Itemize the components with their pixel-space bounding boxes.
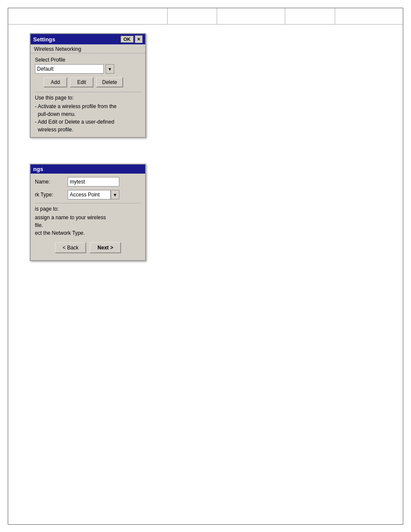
dialog1-info-text: - Activate a wireless profile from the p… (35, 103, 141, 134)
dialog2-divider (35, 203, 141, 203)
settings-dialog-1: Settings OK × Wireless Networking Select… (30, 33, 146, 138)
dialog2-titlebar: ngs (31, 165, 145, 174)
name-input[interactable] (68, 177, 119, 187)
dialog1-titlebar: Settings OK × (31, 34, 145, 44)
toolbar-cell-5 (335, 8, 403, 24)
network-type-label: rk Type: (35, 192, 65, 198)
info-line-3: - Add Edit or Delete a user-defined (35, 118, 141, 126)
info-line-2: pull-down menu. (35, 110, 141, 118)
toolbar-cell-2 (168, 8, 218, 24)
dialog1-body: Select Profile ▼ Add Edit Delete Use thi… (31, 53, 145, 137)
profile-select-row: ▼ (35, 64, 141, 74)
add-button[interactable]: Add (44, 77, 67, 87)
nav-button-row: < Back Next > (35, 242, 141, 253)
back-button[interactable]: < Back (55, 242, 86, 253)
dialog1-info-title: Use this page to: (35, 95, 141, 101)
network-type-input[interactable] (68, 190, 111, 199)
dialog1-divider (35, 92, 141, 92)
settings-dialog-2: ngs Name: rk Type: ▼ (30, 164, 146, 261)
dialog1-title: Settings (33, 36, 55, 43)
info-line-4: wireless profile. (35, 126, 141, 134)
profile-select-input[interactable] (35, 64, 104, 74)
edit-button[interactable]: Edit (70, 77, 93, 87)
name-label: Name: (35, 179, 65, 185)
dialog1-ok-button[interactable]: OK (121, 36, 134, 43)
dialog1-subtitle: Wireless Networking (31, 44, 145, 53)
delete-button[interactable]: Delete (96, 77, 123, 87)
main-content: Settings OK × Wireless Networking Select… (8, 25, 403, 270)
profile-dropdown-arrow[interactable]: ▼ (106, 64, 114, 74)
dialog2-info-text: assign a name to your wireless file. ect… (35, 214, 141, 237)
network-type-select: ▼ (68, 190, 119, 199)
dialog2-title: ngs (33, 166, 43, 172)
dialog1-button-row: Add Edit Delete (35, 77, 141, 87)
toolbar-cell-1 (8, 8, 168, 24)
info-line-1: - Activate a wireless profile from the (35, 103, 141, 110)
dialog2-info-line-2: file. (35, 221, 141, 229)
network-type-field-row: rk Type: ▼ (35, 190, 141, 199)
top-toolbar (8, 8, 403, 25)
dialog1-title-buttons: OK × (121, 35, 143, 43)
name-field-row: Name: (35, 177, 141, 187)
network-type-dropdown-arrow[interactable]: ▼ (111, 190, 119, 199)
select-profile-label: Select Profile (35, 57, 141, 63)
dialog2-body: Name: rk Type: ▼ is page to: assign a na… (31, 174, 145, 260)
dialog2-info-title: is page to: (35, 206, 141, 212)
toolbar-cell-4 (285, 8, 335, 24)
toolbar-cell-3 (217, 8, 285, 24)
page-container: Settings OK × Wireless Networking Select… (8, 8, 403, 525)
dialog2-info-line-1: assign a name to your wireless (35, 214, 141, 221)
next-button[interactable]: Next > (90, 242, 121, 253)
dialog1-close-button[interactable]: × (135, 35, 143, 43)
dialog2-info-line-3: ect the Network Type. (35, 229, 141, 237)
